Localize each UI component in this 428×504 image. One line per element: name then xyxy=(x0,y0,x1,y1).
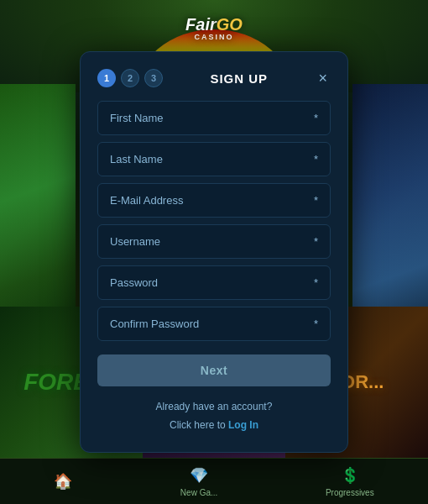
step-3: 3 xyxy=(144,69,163,87)
last-name-input[interactable] xyxy=(110,153,307,165)
confirm-password-field[interactable]: * xyxy=(97,307,331,341)
modal-overlay: 1 2 3 SIGN UP × * * * xyxy=(0,0,428,504)
first-name-required: * xyxy=(314,112,318,124)
login-prompt: Already have an account? Click here to L… xyxy=(97,398,331,434)
email-required: * xyxy=(314,194,318,207)
next-button[interactable]: Next xyxy=(97,354,331,386)
log-in-link[interactable]: Log In xyxy=(228,419,258,431)
modal-header: 1 2 3 SIGN UP × xyxy=(97,69,331,87)
last-name-field[interactable]: * xyxy=(97,142,331,176)
close-button[interactable]: × xyxy=(315,69,331,87)
password-input[interactable] xyxy=(110,276,307,289)
confirm-password-input[interactable] xyxy=(110,318,307,330)
password-field[interactable]: * xyxy=(97,265,331,300)
email-input[interactable] xyxy=(110,194,307,207)
last-name-required: * xyxy=(314,153,318,165)
confirm-password-required: * xyxy=(314,318,318,330)
username-field[interactable]: * xyxy=(97,224,331,259)
password-required: * xyxy=(314,276,318,289)
step-indicators: 1 2 3 xyxy=(97,69,163,87)
username-required: * xyxy=(314,235,318,248)
first-name-field[interactable]: * xyxy=(97,101,331,135)
signup-modal: 1 2 3 SIGN UP × * * * xyxy=(80,51,348,452)
username-input[interactable] xyxy=(110,235,307,248)
email-field[interactable]: * xyxy=(97,183,331,218)
step-1: 1 xyxy=(97,69,116,87)
click-here-text: Click here to xyxy=(170,419,226,431)
first-name-input[interactable] xyxy=(110,112,307,124)
modal-title: SIGN UP xyxy=(163,71,315,86)
already-account-text: Already have an account? xyxy=(156,401,273,412)
step-2: 2 xyxy=(121,69,139,87)
